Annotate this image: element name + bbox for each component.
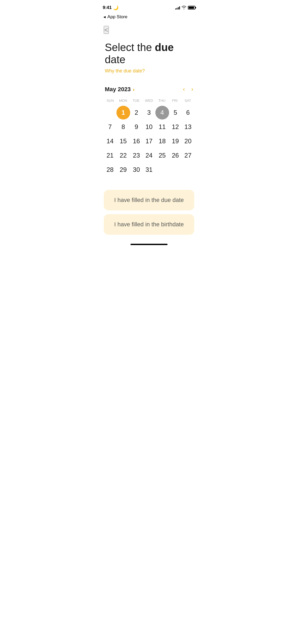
calendar-nav-arrows: ‹ › [183, 86, 193, 93]
cal-day-16[interactable]: 16 [130, 134, 143, 148]
cal-day-14[interactable]: 14 [104, 134, 116, 148]
cal-day-3[interactable]: 3 [143, 106, 155, 119]
cal-day-4[interactable]: 4 [155, 106, 169, 119]
back-button[interactable]: < [104, 26, 109, 34]
month-expand-icon: › [133, 86, 135, 93]
time-display: 9:41 [103, 5, 112, 10]
cal-day-empty-3 [169, 163, 182, 177]
cal-day-20[interactable]: 20 [182, 134, 194, 148]
cal-day-29[interactable]: 29 [116, 163, 130, 177]
page-title-highlight: due [155, 42, 174, 53]
page-title-section: Select the due date Why the due date? [97, 36, 201, 76]
cal-day-1[interactable]: 1 [116, 106, 130, 119]
status-time: 9:41 🌙 [103, 5, 119, 11]
cal-day-17[interactable]: 17 [143, 134, 155, 148]
cal-day-18[interactable]: 18 [155, 134, 169, 148]
cal-day-7[interactable]: 7 [104, 120, 116, 134]
day-header-thu: THU [155, 98, 168, 104]
bottom-buttons: I have filled in the due date I have fil… [97, 185, 201, 240]
cal-day-2[interactable]: 2 [130, 106, 143, 119]
day-header-sun: SUN [104, 98, 117, 104]
month-year-button[interactable]: May 2023 › [105, 86, 135, 93]
calendar: May 2023 › ‹ › SUN MON TUE WED THU FRI S… [104, 86, 194, 177]
battery-icon [188, 6, 195, 10]
cal-day-9[interactable]: 9 [130, 120, 143, 134]
cal-day-8[interactable]: 8 [116, 120, 130, 134]
app-store-label: App Store [107, 14, 128, 20]
status-bar: 9:41 🌙 [97, 0, 201, 14]
status-icons [175, 6, 195, 10]
cal-day-empty [104, 106, 116, 119]
birthdate-button[interactable]: I have filled in the birthdate [104, 214, 194, 235]
cal-day-12[interactable]: 12 [169, 120, 182, 134]
cal-day-19[interactable]: 19 [169, 134, 182, 148]
cal-day-10[interactable]: 10 [143, 120, 155, 134]
cal-day-30[interactable]: 30 [130, 163, 143, 177]
cal-day-24[interactable]: 24 [143, 149, 155, 162]
cal-day-27[interactable]: 27 [182, 149, 194, 162]
back-button-row: < [97, 22, 201, 36]
day-header-wed: WED [143, 98, 156, 104]
cal-day-empty-2 [155, 163, 169, 177]
day-headers: SUN MON TUE WED THU FRI SAT [104, 98, 194, 104]
cal-day-22[interactable]: 22 [116, 149, 130, 162]
signal-icon [175, 6, 180, 10]
page-title-prefix: Select the [105, 42, 155, 53]
day-header-mon: MON [117, 98, 130, 104]
cal-day-5[interactable]: 5 [169, 106, 182, 119]
due-date-button[interactable]: I have filled in the due date [104, 190, 194, 210]
cal-day-11[interactable]: 11 [155, 120, 169, 134]
cal-day-23[interactable]: 23 [130, 149, 143, 162]
home-indicator [97, 240, 201, 247]
wifi-icon [182, 6, 186, 10]
cal-day-28[interactable]: 28 [104, 163, 116, 177]
calendar-grid: 1 2 3 4 5 6 7 8 9 10 11 12 13 14 15 16 1… [104, 106, 194, 177]
calendar-header: May 2023 › ‹ › [104, 86, 194, 93]
cal-day-21[interactable]: 21 [104, 149, 116, 162]
cal-day-empty-4 [182, 163, 194, 177]
day-header-fri: FRI [168, 98, 181, 104]
page-title-suffix: date [105, 54, 125, 65]
month-year-label: May 2023 [105, 86, 131, 93]
page-title: Select the due date [105, 41, 193, 66]
cal-day-31[interactable]: 31 [143, 163, 155, 177]
day-header-tue: TUE [130, 98, 143, 104]
moon-icon: 🌙 [113, 5, 119, 11]
next-month-button[interactable]: › [191, 86, 193, 93]
cal-day-26[interactable]: 26 [169, 149, 182, 162]
why-link[interactable]: Why the due date? [105, 68, 193, 74]
prev-month-button[interactable]: ‹ [183, 86, 185, 93]
day-header-sat: SAT [181, 98, 194, 104]
back-triangle-icon: ◄ [103, 15, 106, 19]
cal-day-13[interactable]: 13 [182, 120, 194, 134]
cal-day-15[interactable]: 15 [116, 134, 130, 148]
app-store-nav[interactable]: ◄ App Store [97, 14, 201, 22]
home-bar [130, 244, 168, 245]
cal-day-6[interactable]: 6 [182, 106, 194, 119]
cal-day-25[interactable]: 25 [155, 149, 169, 162]
